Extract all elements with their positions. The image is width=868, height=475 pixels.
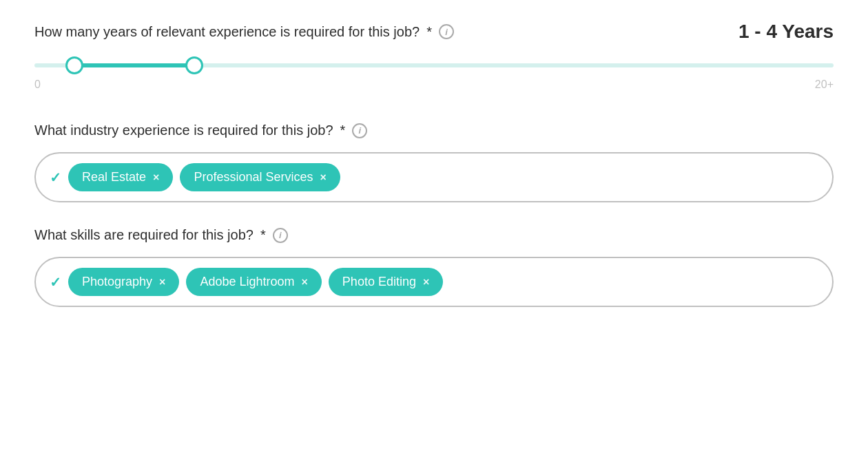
skills-tag-photo-editing-label: Photo Editing [342, 275, 416, 289]
slider-thumb-right[interactable] [185, 56, 203, 74]
industry-tag-real-estate-label: Real Estate [82, 170, 146, 184]
skills-question-row: What skills are required for this job? *… [34, 227, 834, 243]
skills-question-label: What skills are required for this job? *… [34, 227, 288, 243]
experience-section: How many years of relevant experience is… [34, 21, 834, 98]
skills-required-marker: * [260, 227, 266, 243]
skills-tag-adobe-lightroom-label: Adobe Lightroom [200, 275, 294, 289]
skills-tag-photo-editing[interactable]: Photo Editing × [329, 268, 443, 296]
experience-info-icon[interactable]: i [439, 24, 454, 39]
experience-slider[interactable]: 0 20+ [34, 56, 834, 98]
skills-select-box[interactable]: ✓ Photography × Adobe Lightroom × Photo … [34, 257, 834, 307]
skills-tag-photo-editing-remove[interactable]: × [423, 277, 429, 288]
skills-tag-photography[interactable]: Photography × [68, 268, 179, 296]
slider-fill [74, 63, 194, 67]
slider-track [34, 63, 834, 67]
industry-check-icon: ✓ [50, 169, 61, 186]
industry-tag-real-estate-remove[interactable]: × [153, 172, 159, 183]
skills-section: What skills are required for this job? *… [34, 227, 834, 307]
industry-question-label: What industry experience is required for… [34, 123, 367, 138]
experience-question-label: How many years of relevant experience is… [34, 24, 454, 40]
slider-max-label: 20+ [815, 78, 834, 91]
industry-tag-professional-services-remove[interactable]: × [320, 172, 326, 183]
skills-question-text: What skills are required for this job? [34, 227, 254, 243]
experience-required-marker: * [426, 24, 432, 40]
industry-select-box[interactable]: ✓ Real Estate × Professional Services × [34, 152, 834, 202]
industry-section: What industry experience is required for… [34, 123, 834, 202]
slider-min-label: 0 [34, 78, 41, 91]
skills-check-icon: ✓ [50, 274, 61, 291]
skills-tag-adobe-lightroom-remove[interactable]: × [302, 277, 308, 288]
slider-thumb-left[interactable] [65, 56, 83, 74]
industry-info-icon[interactable]: i [352, 123, 367, 138]
industry-required-marker: * [340, 123, 346, 138]
skills-tag-photography-remove[interactable]: × [159, 277, 165, 288]
skills-info-icon[interactable]: i [273, 228, 288, 243]
industry-question-text: What industry experience is required for… [34, 123, 333, 138]
industry-tag-professional-services-label: Professional Services [194, 170, 313, 184]
experience-question-text: How many years of relevant experience is… [34, 24, 420, 40]
experience-question-row: How many years of relevant experience is… [34, 21, 834, 43]
industry-question-row: What industry experience is required for… [34, 123, 834, 138]
year-range-value: 1 - 4 Years [738, 21, 834, 43]
skills-tag-photography-label: Photography [82, 275, 152, 289]
industry-tag-professional-services[interactable]: Professional Services × [180, 163, 340, 191]
slider-labels: 0 20+ [34, 78, 834, 91]
skills-tag-adobe-lightroom[interactable]: Adobe Lightroom × [186, 268, 321, 296]
industry-tag-real-estate[interactable]: Real Estate × [68, 163, 173, 191]
